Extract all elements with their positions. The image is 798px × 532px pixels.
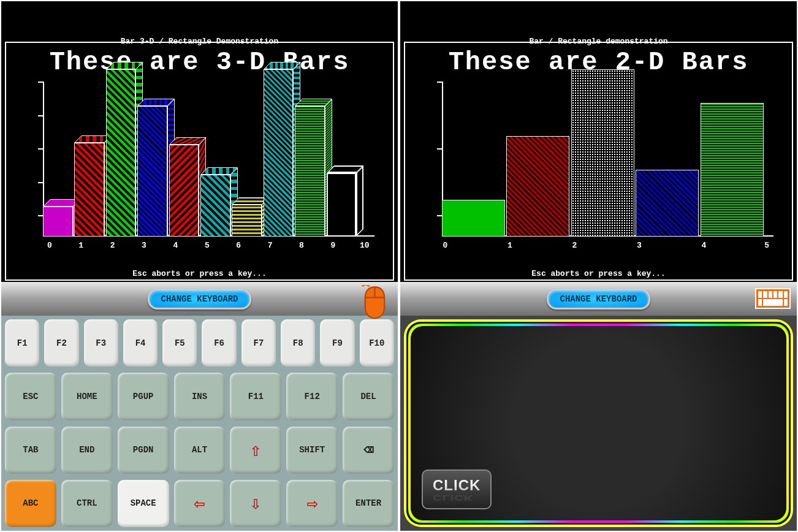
chart-title: These are 3-D Bars [6, 48, 393, 77]
bar-0 [43, 207, 73, 237]
key-backspace[interactable]: ⌫ [343, 427, 394, 474]
key-tab[interactable]: TAB [5, 427, 56, 474]
bar-4 [701, 103, 764, 237]
key-del[interactable]: DEL [343, 373, 394, 420]
arrow-up-icon: ⇧ [250, 439, 261, 462]
change-keyboard-button[interactable]: CHANGE KEYBOARD [547, 289, 650, 310]
keyboard-row-1: F1 F2 F3 F4 F5 F6 F7 F8 F9 F10 [5, 319, 394, 367]
key-f1[interactable]: F1 [5, 319, 39, 367]
arrow-down-icon: ⇩ [250, 492, 261, 515]
click-button[interactable]: CLICK CLICK [422, 469, 492, 509]
bar-1 [74, 143, 104, 237]
bar-7 [264, 69, 294, 237]
right-pane: Bar / Rectangle demonstration These are … [399, 0, 798, 532]
x-label: 3 [142, 241, 146, 250]
x-label: 0 [47, 241, 52, 250]
left-pane: Bar 3-D / Rectangle Demonstration These … [0, 0, 399, 532]
x-label: 8 [299, 241, 304, 250]
change-keyboard-button[interactable]: CHANGE KEYBOARD [148, 289, 251, 310]
x-label: 4 [173, 241, 178, 250]
trackpad[interactable]: CLICK CLICK [406, 322, 791, 525]
key-f4[interactable]: F4 [123, 319, 158, 367]
bar-1 [506, 136, 569, 237]
emulator-screen-left: Bar 3-D / Rectangle Demonstration These … [1, 1, 398, 282]
bar-8 [295, 106, 325, 237]
key-f2[interactable]: F2 [44, 319, 78, 367]
trackpad-zone: CLICK CLICK [400, 316, 797, 531]
key-f9[interactable]: F9 [320, 319, 354, 367]
key-abc[interactable]: ABC [5, 480, 56, 527]
x-label: 10 [360, 241, 370, 250]
key-f3[interactable]: F3 [84, 319, 118, 367]
trackpad-control-area: CHANGE KEYBOARD CLICK CLICK [400, 282, 797, 531]
key-f11[interactable]: F11 [230, 373, 281, 420]
screen-frame: These are 3-D Bars [5, 42, 394, 281]
key-f5[interactable]: F5 [162, 319, 197, 367]
arrow-right-icon: ⇨ [306, 492, 317, 515]
virtual-keyboard: F1 F2 F3 F4 F5 F6 F7 F8 F9 F10 ESC HOME … [1, 316, 398, 531]
x-label: 1 [78, 241, 83, 250]
key-arrow-down[interactable]: ⇩ [230, 480, 281, 527]
key-f12[interactable]: F12 [286, 373, 338, 420]
keyboard-control-area: CHANGE KEYBOARD F1 F2 F3 F4 F5 F6 F7 F8 … [1, 282, 398, 531]
x-label: 7 [268, 241, 273, 250]
x-label: 0 [443, 241, 448, 250]
x-label: 2 [110, 241, 115, 250]
screen-footer: Esc aborts or press a key... [405, 269, 792, 278]
x-label: 5 [764, 241, 769, 250]
backspace-icon: ⌫ [363, 439, 374, 460]
keyboard-row-4: ABC CTRL SPACE ⇦ ⇩ ⇨ ENTER [5, 480, 394, 527]
keyboard-row-3: TAB END PGDN ALT ⇧ SHIFT ⌫ [5, 427, 394, 474]
chart-3d: 0 1 2 3 4 5 6 7 8 9 10 [43, 82, 374, 249]
key-f7[interactable]: F7 [241, 319, 276, 367]
control-bar: CHANGE KEYBOARD [1, 282, 398, 316]
key-end[interactable]: END [61, 427, 113, 474]
key-pgup[interactable]: PGUP [118, 373, 169, 420]
key-arrow-left[interactable]: ⇦ [174, 480, 226, 527]
key-f6[interactable]: F6 [202, 319, 236, 367]
key-esc[interactable]: ESC [5, 373, 56, 420]
chart-2d: 0 1 2 3 4 5 [442, 82, 773, 249]
key-arrow-up[interactable]: ⇧ [230, 427, 281, 474]
bar-9 [327, 173, 357, 237]
key-shift[interactable]: SHIFT [286, 427, 338, 474]
screen-footer: Esc aborts or press a key... [6, 269, 393, 278]
key-f10[interactable]: F10 [360, 319, 394, 367]
mouse-icon[interactable] [361, 285, 389, 314]
key-home[interactable]: HOME [61, 373, 113, 420]
key-arrow-right[interactable]: ⇨ [286, 480, 338, 527]
arrow-left-icon: ⇦ [194, 492, 205, 515]
bar-5 [200, 175, 230, 237]
x-label: 2 [572, 241, 577, 250]
screen-frame: These are 2-D Bars 0 1 2 3 4 5 [404, 42, 793, 281]
x-label: 3 [637, 241, 642, 250]
x-label: 5 [205, 241, 210, 250]
key-ins[interactable]: INS [174, 373, 226, 420]
bar-3 [137, 106, 167, 237]
key-enter[interactable]: ENTER [343, 480, 394, 527]
bar-3 [636, 170, 699, 237]
bar-0 [442, 200, 505, 237]
x-label: 1 [507, 241, 512, 250]
control-bar: CHANGE KEYBOARD [400, 282, 797, 316]
key-space[interactable]: SPACE [118, 480, 169, 527]
keyboard-row-2: ESC HOME PGUP INS F11 F12 DEL [5, 373, 394, 420]
bar-2 [106, 69, 136, 237]
bar-6 [232, 205, 262, 237]
emulator-screen-right: Bar / Rectangle demonstration These are … [400, 1, 797, 282]
key-ctrl[interactable]: CTRL [61, 480, 113, 527]
keyboard-icon[interactable] [755, 288, 791, 309]
key-alt[interactable]: ALT [174, 427, 226, 474]
x-label: 6 [236, 241, 241, 250]
bar-4 [169, 145, 199, 237]
click-label: CLICK [433, 477, 481, 494]
x-label: 4 [701, 241, 706, 250]
bar-2 [571, 69, 634, 237]
key-pgdn[interactable]: PGDN [118, 427, 169, 474]
x-label: 9 [330, 241, 335, 250]
key-f8[interactable]: F8 [281, 319, 315, 367]
